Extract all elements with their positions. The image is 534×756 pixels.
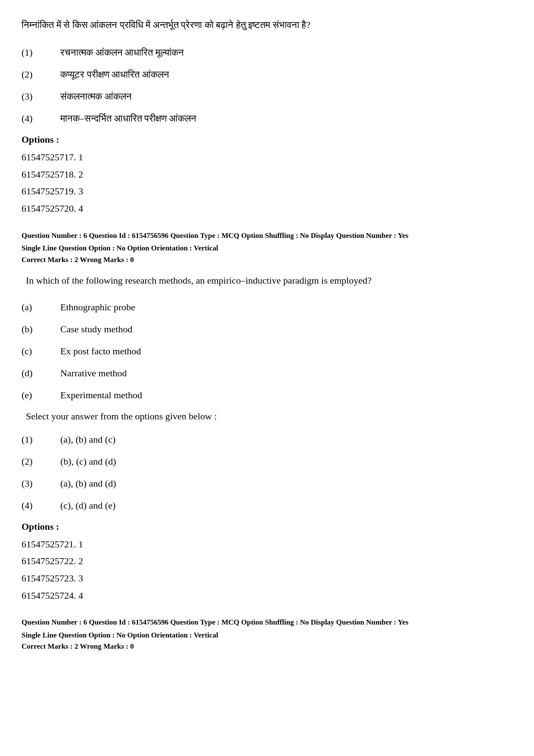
answer-option-text-2: (b), (c) and (d): [60, 454, 116, 469]
answer-option-2: (2) (b), (c) and (d): [22, 454, 512, 469]
options-values-2: 61547525721. 1 61547525722. 2 6154752572…: [22, 536, 512, 604]
hindi-option-3: (3) संकलनात्मक आंकलन: [22, 89, 512, 103]
hindi-option-num-2: (2): [22, 67, 60, 81]
answer-option-text-4: (c), (d) and (e): [60, 498, 115, 512]
english-option-text-d: Narrative method: [60, 366, 127, 380]
answer-option-3: (3) (a), (b) and (d): [22, 476, 512, 490]
hindi-option-num-3: (3): [22, 89, 60, 103]
hindi-option-text-3: संकलनात्मक आंकलन: [60, 89, 132, 103]
question-meta-4: Single Line Question Option : No Option …: [22, 630, 512, 641]
main-question: In which of the following research metho…: [26, 273, 512, 288]
hindi-question: निम्नांकित में से किस आंकलन प्रविधि में …: [22, 17, 512, 32]
english-option-num-c: (c): [22, 344, 60, 358]
answer-option-num-4: (4): [22, 498, 60, 512]
select-answer-label: Select your answer from the options give…: [26, 411, 512, 422]
hindi-option-4: (4) मानक–सन्दर्भित आधारित परीक्षण आंकलन: [22, 111, 512, 125]
english-option-text-e: Experimental method: [60, 388, 142, 402]
answer-option-1: (1) (a), (b) and (c): [22, 432, 512, 447]
answer-options-list: (1) (a), (b) and (c) (2) (b), (c) and (d…: [22, 432, 512, 512]
opt-val-2-4: 61547525724. 4: [22, 587, 512, 604]
correct-marks-2: Correct Marks : 2 Wrong Marks : 0: [22, 642, 512, 651]
hindi-options-list: (1) रचनात्मक आंकलन आधारित मूल्यांकन (2) …: [22, 45, 512, 125]
question-meta-3: Question Number : 6 Question Id : 615475…: [22, 617, 512, 628]
question-meta-1: Question Number : 6 Question Id : 615475…: [22, 230, 512, 241]
hindi-option-text-2: कप्यूटर परीक्षण आधारित आंकलन: [60, 67, 169, 81]
hindi-opt-val-2: 61547525718. 2: [22, 166, 512, 183]
opt-val-2-3: 61547525723. 3: [22, 570, 512, 587]
answer-option-num-1: (1): [22, 432, 60, 447]
answer-option-text-1: (a), (b) and (c): [60, 432, 115, 447]
english-option-d: (d) Narrative method: [22, 366, 512, 380]
english-options-list: (a) Ethnographic probe (b) Case study me…: [22, 300, 512, 402]
hindi-option-text-4: मानक–सन्दर्भित आधारित परीक्षण आंकलन: [60, 111, 196, 125]
english-option-b: (b) Case study method: [22, 322, 512, 336]
answer-option-text-3: (a), (b) and (d): [60, 476, 116, 490]
opt-val-2-2: 61547525722. 2: [22, 553, 512, 570]
hindi-opt-val-1: 61547525717. 1: [22, 149, 512, 166]
hindi-opt-val-4: 61547525720. 4: [22, 200, 512, 217]
hindi-options-values: 61547525717. 1 61547525718. 2 6154752571…: [22, 149, 512, 217]
hindi-option-num-1: (1): [22, 45, 60, 59]
options-label-1: Options :: [22, 134, 512, 145]
hindi-option-2: (2) कप्यूटर परीक्षण आधारित आंकलन: [22, 67, 512, 81]
opt-val-2-1: 61547525721. 1: [22, 536, 512, 553]
english-option-text-b: Case study method: [60, 322, 132, 336]
english-option-num-d: (d): [22, 366, 60, 380]
answer-option-num-2: (2): [22, 454, 60, 469]
answer-option-4: (4) (c), (d) and (e): [22, 498, 512, 512]
english-option-e: (e) Experimental method: [22, 388, 512, 402]
hindi-option-num-4: (4): [22, 111, 60, 125]
english-option-text-a: Ethnographic probe: [60, 300, 135, 314]
english-option-a: (a) Ethnographic probe: [22, 300, 512, 314]
english-option-num-e: (e): [22, 388, 60, 402]
answer-option-num-3: (3): [22, 476, 60, 490]
hindi-option-1: (1) रचनात्मक आंकलन आधारित मूल्यांकन: [22, 45, 512, 59]
question-meta-2: Single Line Question Option : No Option …: [22, 243, 512, 254]
hindi-option-text-1: रचनात्मक आंकलन आधारित मूल्यांकन: [60, 45, 184, 59]
english-option-text-c: Ex post facto method: [60, 344, 141, 358]
english-option-num-b: (b): [22, 322, 60, 336]
english-option-c: (c) Ex post facto method: [22, 344, 512, 358]
correct-marks-1: Correct Marks : 2 Wrong Marks : 0: [22, 256, 512, 264]
hindi-opt-val-3: 61547525719. 3: [22, 183, 512, 200]
options-label-2: Options :: [22, 521, 512, 532]
english-option-num-a: (a): [22, 300, 60, 314]
